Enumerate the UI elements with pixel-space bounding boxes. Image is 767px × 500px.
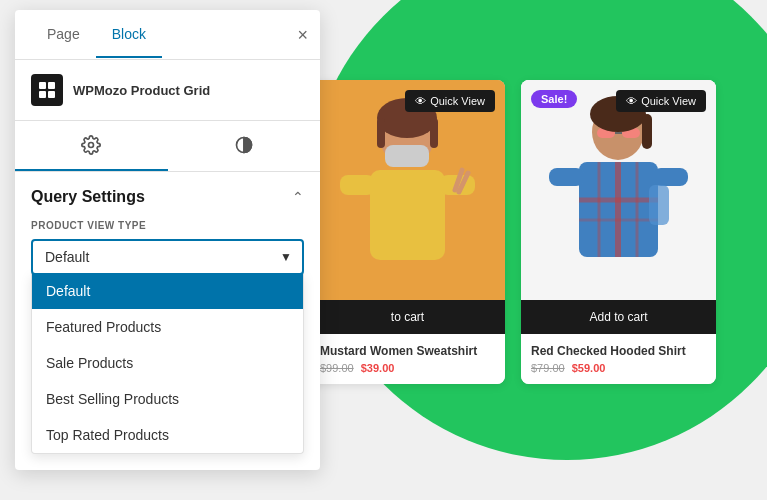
collapse-button[interactable]: ⌃ <box>292 189 304 205</box>
field-label: PRODUCT VIEW TYPE <box>31 220 304 231</box>
svg-rect-4 <box>340 175 375 195</box>
svg-rect-25 <box>642 114 652 149</box>
quick-view-button[interactable]: 👁 Quick View <box>405 90 495 112</box>
product-price: $99.00 $39.00 <box>320 362 495 374</box>
product-info: Red Checked Hooded Shirt $79.00 $59.00 <box>521 334 716 384</box>
svg-rect-23 <box>653 168 688 186</box>
product-image <box>521 80 716 300</box>
svg-rect-9 <box>377 118 385 148</box>
price-new: $59.00 <box>572 362 606 374</box>
sidebar-panel: Page Block × WPMozo Product Grid <box>15 10 320 470</box>
tab-block[interactable]: Block <box>96 12 162 58</box>
product-card: 👁 Quick View Sale! Add to cart Red Check… <box>521 80 716 384</box>
svg-point-31 <box>89 143 94 148</box>
plugin-header: WPMozo Product Grid <box>15 60 320 121</box>
gear-icon <box>81 135 101 155</box>
add-to-cart-button[interactable]: to cart <box>310 300 505 334</box>
svg-rect-3 <box>370 170 445 260</box>
svg-rect-2 <box>385 145 429 167</box>
eye-icon: 👁 <box>415 95 426 107</box>
product-name: Red Checked Hooded Shirt <box>531 344 706 358</box>
product-image-area: 👁 Quick View Sale! <box>521 80 716 300</box>
svg-rect-30 <box>48 91 55 98</box>
quick-view-label: Quick View <box>430 95 485 107</box>
icon-tabs <box>15 121 320 172</box>
icon-tab-style[interactable] <box>168 121 321 171</box>
price-old: $99.00 <box>320 362 354 374</box>
dropdown-item-sale[interactable]: Sale Products <box>32 345 303 381</box>
product-price: $79.00 $59.00 <box>531 362 706 374</box>
quick-view-label: Quick View <box>641 95 696 107</box>
product-card: 👁 Quick View to cart Mustard Women Sweat… <box>310 80 505 384</box>
product-name: Mustard Women Sweatshirt <box>320 344 495 358</box>
dropdown-list: Default Featured Products Sale Products … <box>31 273 304 454</box>
svg-rect-22 <box>549 168 584 186</box>
plugin-name: WPMozo Product Grid <box>73 83 210 98</box>
contrast-icon <box>234 135 254 155</box>
section-title: Query Settings <box>31 188 145 206</box>
add-to-cart-label: to cart <box>391 310 424 324</box>
section-header: Query Settings ⌃ <box>31 188 304 206</box>
svg-rect-27 <box>39 82 46 89</box>
select-field[interactable]: Default <box>31 239 304 275</box>
svg-rect-28 <box>48 82 55 89</box>
product-image <box>310 80 505 300</box>
dropdown-item-featured[interactable]: Featured Products <box>32 309 303 345</box>
close-button[interactable]: × <box>297 26 308 44</box>
products-area: 👁 Quick View to cart Mustard Women Sweat… <box>310 80 716 384</box>
product-info: Mustard Women Sweatshirt $99.00 $39.00 <box>310 334 505 384</box>
svg-rect-29 <box>39 91 46 98</box>
price-new: $39.00 <box>361 362 395 374</box>
tab-page[interactable]: Page <box>31 12 96 58</box>
price-old: $79.00 <box>531 362 565 374</box>
quick-view-button[interactable]: 👁 Quick View <box>616 90 706 112</box>
svg-rect-26 <box>649 185 669 225</box>
icon-tab-settings[interactable] <box>15 121 168 171</box>
sale-badge: Sale! <box>531 90 577 108</box>
product-image-area: 👁 Quick View <box>310 80 505 300</box>
select-wrapper: Default ▼ <box>31 239 304 275</box>
plugin-icon <box>31 74 63 106</box>
eye-icon: 👁 <box>626 95 637 107</box>
query-section: Query Settings ⌃ PRODUCT VIEW TYPE Defau… <box>15 172 320 470</box>
dropdown-item-toprated[interactable]: Top Rated Products <box>32 417 303 453</box>
add-to-cart-label: Add to cart <box>589 310 647 324</box>
dropdown-item-bestselling[interactable]: Best Selling Products <box>32 381 303 417</box>
svg-rect-10 <box>430 118 438 148</box>
tabs-header: Page Block × <box>15 10 320 60</box>
add-to-cart-button[interactable]: Add to cart <box>521 300 716 334</box>
dropdown-item-default[interactable]: Default <box>32 273 303 309</box>
